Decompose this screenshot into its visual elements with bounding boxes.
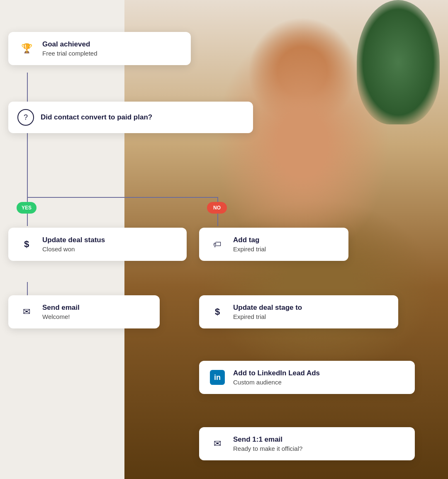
condition-title: Did contact convert to paid plan?	[41, 113, 152, 122]
send-email-welcome-title: Send email	[42, 304, 80, 312]
send-email-welcome-subtitle: Welcome!	[42, 313, 80, 320]
goal-card-text: Goal achieved Free trial completed	[42, 40, 97, 56]
connector-branch	[27, 156, 28, 197]
update-deal-status-card: $ Update deal status Closed won	[8, 228, 187, 261]
connector-horizontal	[27, 197, 218, 198]
goal-title: Goal achieved	[42, 40, 97, 49]
send-email-welcome-text: Send email Welcome!	[42, 304, 80, 320]
goal-card: 🏆 Goal achieved Free trial completed	[8, 32, 191, 65]
trophy-icon: 🏆	[17, 39, 36, 58]
condition-card-text: Did contact convert to paid plan?	[41, 113, 152, 122]
update-deal-status-subtitle: Closed won	[42, 246, 105, 253]
update-deal-status-title: Update deal status	[42, 236, 105, 244]
workflow-left-panel: YES NO 🏆 Goal achieved Free trial comple…	[0, 0, 207, 479]
no-badge: NO	[207, 202, 227, 214]
dollar-icon-deal-status: $	[17, 235, 36, 253]
update-deal-status-text: Update deal status Closed won	[42, 236, 105, 252]
question-icon: ?	[17, 109, 34, 126]
send-email-welcome-card: ✉ Send email Welcome!	[8, 295, 160, 328]
yes-badge: YES	[17, 202, 37, 214]
goal-subtitle: Free trial completed	[42, 50, 97, 57]
email-icon-welcome: ✉	[17, 303, 36, 321]
condition-card: ? Did contact convert to paid plan?	[8, 102, 253, 133]
